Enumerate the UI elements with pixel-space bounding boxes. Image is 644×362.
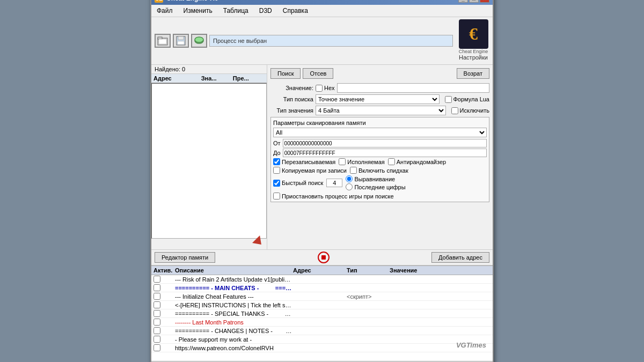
align-radio[interactable] (346, 175, 353, 182)
copy-on-write-checkbox[interactable] (273, 167, 280, 174)
fast-search-input[interactable] (326, 179, 342, 187)
row-desc-4: ========== - SPECIAL THANKS - ========== (175, 311, 293, 317)
table-row: - Please support my work at - (151, 335, 493, 344)
main-content: Найдено: 0 Адрес Зна... Пре... Поиск Отс… (151, 65, 493, 249)
row-type-2: <скрипт> (347, 293, 390, 300)
maximize-button[interactable]: □ (469, 0, 479, 3)
main-window: CE Cheat Engine 7.0 _ □ ✕ Файл Изменить … (150, 0, 494, 362)
to-input[interactable] (283, 149, 487, 157)
col-value: Зна... (201, 75, 233, 82)
stop-button[interactable] (318, 252, 330, 263)
executable-checkbox[interactable] (339, 158, 346, 165)
row-desc-2: --- Initialize Cheat Features --- (175, 293, 293, 300)
anti-random-label: Антирандомайзер (388, 158, 446, 165)
search-type-label: Тип поиска (270, 96, 313, 102)
checkbox-0[interactable] (153, 276, 160, 283)
col-previous: Пре... (233, 75, 265, 82)
writable-label: Перезаписываемая (273, 158, 335, 165)
checkbox-2[interactable] (153, 293, 160, 300)
checkbox-8[interactable] (153, 344, 160, 351)
row-desc-7: - Please support my work at - (175, 336, 293, 343)
row-checkbox-3 (153, 301, 175, 308)
memory-type-select[interactable]: All (273, 128, 487, 137)
checkbox-5[interactable] (153, 319, 160, 326)
value-input[interactable] (337, 83, 489, 93)
save-button[interactable] (173, 34, 189, 48)
table-row: <-[HERE] INSTRUCTIONS | Tick the left sq… (151, 301, 493, 309)
writable-checkbox[interactable] (273, 158, 280, 165)
left-panel: Найдено: 0 Адрес Зна... Пре... (151, 65, 267, 249)
executable-label: Исполняемая (339, 158, 384, 165)
hex-checkbox[interactable] (316, 85, 323, 92)
search-type-select[interactable]: Точное значение (316, 94, 440, 104)
row-checkbox-7 (153, 336, 175, 343)
col-description: Описание (175, 267, 293, 274)
ce-logo: € Cheat Engine Настройки (457, 19, 489, 62)
col-active: Актив. (153, 267, 175, 274)
checkbox-1[interactable] (153, 284, 160, 291)
window-title: Cheat Engine 7.0 (166, 0, 218, 2)
ce-logo-subtitle: Cheat Engine (459, 49, 488, 54)
exclude-label: Исключить (451, 107, 489, 114)
cheat-table: Актив. Описание Адрес Тип Значение --- R… (151, 265, 493, 361)
options-row-2: Копируемая при записи Включить спидхак (273, 167, 487, 174)
suspend-text: Приостановить процесс игры при поиске (282, 193, 394, 200)
search-type-row: Тип поиска Точное значение Формула Lua (270, 94, 489, 104)
hex-checkbox-label: Hex (316, 85, 335, 92)
close-button[interactable]: ✕ (480, 0, 489, 3)
fast-search-checkbox[interactable] (273, 180, 280, 187)
speedhack-checkbox[interactable] (350, 167, 357, 174)
copy-on-write-text: Копируемая при записи (282, 167, 347, 174)
row-desc-0: --- Risk of Rain 2 Artifacts Update v1[p… (175, 276, 293, 283)
exclude-checkbox[interactable] (451, 107, 458, 114)
menu-file[interactable]: Файл (153, 6, 176, 16)
anti-random-checkbox[interactable] (388, 158, 395, 165)
open-process-button[interactable] (155, 34, 171, 48)
checkbox-7[interactable] (153, 336, 160, 343)
menu-edit[interactable]: Изменить (180, 6, 216, 16)
fast-search-row: Быстрый поиск Выравнивание Последние циф… (273, 175, 487, 190)
menu-table[interactable]: Таблица (220, 6, 252, 16)
checkbox-3[interactable] (153, 301, 160, 308)
checkbox-4[interactable] (153, 310, 160, 317)
table-row: --- Initialize Cheat Features --- <скрип… (151, 292, 493, 301)
scan-params-box: Параметры сканирования памяти All От До (270, 117, 489, 202)
title-bar: CE Cheat Engine 7.0 _ □ ✕ (151, 0, 493, 5)
load-button[interactable] (191, 34, 207, 48)
to-label: До (273, 150, 281, 156)
memory-editor-button[interactable]: Редактор памяти (155, 252, 215, 263)
row-checkbox-1 (153, 284, 175, 291)
from-input[interactable] (283, 139, 487, 147)
minimize-button[interactable]: _ (458, 0, 468, 3)
suspend-checkbox[interactable] (273, 193, 280, 200)
value-type-row: Тип значения 4 Байта Исключить (270, 106, 489, 115)
row-desc-8: https://www.patreon.com/ColonelRVH (175, 345, 293, 351)
cheat-rows: --- Risk of Rain 2 Artifacts Update v1[p… (151, 275, 493, 361)
suspend-row: Приостановить процесс игры при поиске (273, 193, 487, 200)
restore-button[interactable]: Возрат (457, 68, 489, 79)
bottom-buttons: Редактор памяти Добавить адрес (151, 249, 493, 265)
lua-formula-label: Формула Lua (445, 96, 490, 103)
svg-rect-1 (158, 37, 162, 39)
lua-formula-checkbox[interactable] (445, 96, 452, 103)
table-row: https://www.patreon.com/ColonelRVH VGTim… (151, 344, 493, 352)
align-label: Выравнивание (346, 175, 405, 182)
ce-logo-image: € (459, 19, 488, 49)
fast-search-text: Быстрый поиск (282, 180, 323, 186)
value-label: Значение: (270, 85, 313, 91)
menu-d3d[interactable]: D3D (256, 6, 275, 16)
search-button[interactable]: Поиск (270, 68, 301, 79)
checkbox-6[interactable] (153, 327, 160, 334)
hex-label: Hex (324, 85, 335, 91)
executable-text: Исполняемая (347, 159, 384, 165)
value-type-select[interactable]: 4 Байта (316, 106, 446, 115)
col-address: Адрес (153, 75, 201, 82)
speedhack-text: Включить спидхак (358, 167, 408, 174)
add-address-button[interactable]: Добавить адрес (431, 252, 489, 263)
filter-button[interactable]: Отсев (303, 68, 333, 79)
last-digits-radio[interactable] (346, 183, 353, 190)
settings-link[interactable]: Настройки (459, 54, 488, 61)
row-desc-3: <-[HERE] INSTRUCTIONS | Tick the left sq… (175, 302, 293, 308)
search-row: Поиск Отсев Возрат (270, 68, 489, 79)
menu-help[interactable]: Справка (280, 6, 311, 16)
